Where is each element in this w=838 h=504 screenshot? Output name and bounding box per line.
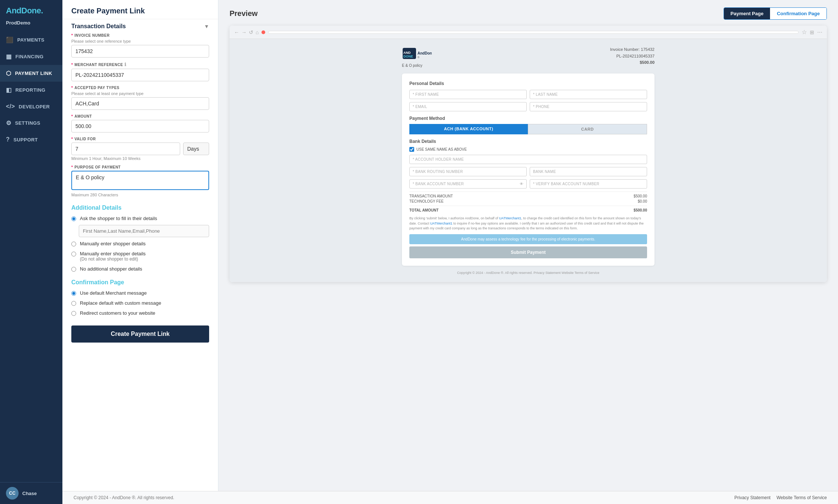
- card-tab[interactable]: CARD: [528, 124, 647, 134]
- sidebar-item-payments[interactable]: ⬛ Payments: [0, 32, 62, 48]
- svg-text:AND: AND: [403, 51, 411, 55]
- bank-name-field[interactable]: BANK NAME: [530, 167, 647, 176]
- account-number-field[interactable]: * BANK ACCOUNT NUMBER 👁: [409, 179, 527, 189]
- payments-icon: ⬛: [6, 36, 13, 43]
- radio-replace-custom-label: Replace default with custom message: [80, 300, 161, 306]
- use-same-name-checkbox[interactable]: [409, 147, 414, 152]
- anddone-logo-svg: AND DONE AndDone ®: [402, 46, 432, 62]
- processing-fee-button[interactable]: AndDone may assess a technology fee for …: [409, 234, 647, 244]
- forward-icon[interactable]: →: [241, 29, 247, 35]
- radio-use-default-input[interactable]: [71, 291, 76, 296]
- sidebar-item-label: Payments: [17, 37, 44, 43]
- valid-for-hint: Minimum 1 Hour; Maximum 10 Weeks: [71, 156, 209, 161]
- shopper-fields-input[interactable]: [79, 225, 209, 237]
- radio-no-additional[interactable]: No additional shopper details: [62, 264, 218, 274]
- support-icon: ?: [6, 136, 10, 143]
- logo-text: AndDone.: [6, 6, 43, 15]
- sidebar-item-payment-link[interactable]: ⬡ Payment Link: [0, 65, 62, 82]
- info-icon[interactable]: ℹ: [124, 62, 127, 67]
- valid-for-unit-input[interactable]: [183, 143, 209, 155]
- submit-payment-button[interactable]: Submit Payment: [409, 246, 647, 258]
- sidebar-item-support[interactable]: ? Support: [0, 131, 62, 148]
- purpose-textarea[interactable]: E & O policy: [71, 171, 209, 190]
- last-name-field[interactable]: * LAST NAME: [530, 90, 647, 99]
- radio-ask-shopper[interactable]: Ask the shopper to fill in their details: [62, 213, 218, 223]
- radio-ask-shopper-label: Ask the shopper to fill in their details: [80, 216, 157, 221]
- verify-account-field[interactable]: * VERIFY BANK ACCOUNT NUMBER: [530, 179, 647, 189]
- phone-field-preview[interactable]: * PHONE: [530, 102, 647, 111]
- invoice-number-input[interactable]: [71, 45, 209, 58]
- auth-text: By clicking 'submit' below, I authorize …: [409, 216, 647, 231]
- sidebar-logo: AndDone.: [0, 0, 62, 19]
- payment-invoice-area: Invoice Number: 175432 PL-20242110045337…: [610, 46, 655, 66]
- amount-group: * Amount: [62, 112, 218, 135]
- footer-privacy-link[interactable]: Privacy Statement: [734, 495, 770, 500]
- sidebar-item-reporting[interactable]: ◧ Reporting: [0, 82, 62, 98]
- reporting-icon: ◧: [6, 86, 12, 94]
- transaction-amount-label: TRANSACTION AMOUNT: [409, 194, 453, 198]
- preview-tabs: Payment Page Confirmation Page: [724, 7, 827, 20]
- transaction-amount-row: TRANSACTION AMOUNT $500.00: [409, 194, 647, 198]
- payment-footer: Copyright © 2024 - AndDone ®. All rights…: [402, 271, 655, 275]
- merchant-reference-input[interactable]: [71, 69, 209, 81]
- merchant-contact-link[interactable]: UATMerchant1: [430, 222, 452, 225]
- routing-number-field[interactable]: * BANK ROUTING NUMBER: [409, 167, 527, 176]
- sidebar-item-financing[interactable]: ▦ Financing: [0, 48, 62, 65]
- merchant-link[interactable]: UATMerchant1: [499, 216, 522, 220]
- valid-for-group: * Valid For Minimum 1 Hour; Maximum 10 W…: [62, 135, 218, 163]
- radio-manually-enter-input[interactable]: [71, 242, 76, 246]
- tab-confirmation-page[interactable]: Confirmation Page: [770, 8, 826, 19]
- accepted-pay-types-input[interactable]: [71, 97, 209, 110]
- sidebar-item-label: Developer: [19, 104, 50, 109]
- radio-no-additional-label: No additional shopper details: [80, 266, 142, 272]
- preview-header: Preview Payment Page Confirmation Page: [230, 7, 827, 20]
- amount-display: $500.00: [610, 59, 655, 66]
- radio-redirect-input[interactable]: [71, 311, 76, 316]
- radio-replace-custom[interactable]: Replace default with custom message: [62, 298, 218, 308]
- svg-text:DONE: DONE: [403, 55, 413, 58]
- sidebar-nav: ⬛ Payments ▦ Financing ⬡ Payment Link ◧ …: [0, 32, 62, 482]
- radio-replace-custom-input[interactable]: [71, 301, 76, 306]
- payment-method-label: Payment Method: [409, 116, 647, 121]
- sidebar-item-label: Payment Link: [15, 71, 52, 76]
- back-icon[interactable]: ←: [234, 29, 239, 35]
- sidebar-item-developer[interactable]: </> Developer: [0, 98, 62, 115]
- radio-no-additional-input[interactable]: [71, 267, 76, 272]
- amount-input[interactable]: [71, 120, 209, 132]
- browser-nav-icons: ← → ↺ ⌂: [234, 29, 259, 35]
- purpose-label: * Purpose of Payment: [71, 165, 209, 169]
- radio-manually-no-edit-label: Manually enter shopper details: [80, 251, 146, 256]
- transaction-amount-value: $500.00: [634, 194, 647, 198]
- home-icon[interactable]: ⌂: [256, 29, 259, 35]
- purpose-group: * Purpose of Payment E & O policy Maximu…: [62, 163, 218, 199]
- email-field-preview[interactable]: * EMAIL: [409, 102, 527, 111]
- browser-url-bar[interactable]: [268, 31, 799, 34]
- name-fields-row: * FIRST NAME * LAST NAME: [409, 90, 647, 99]
- radio-manually-enter[interactable]: Manually enter shopper details: [62, 239, 218, 249]
- footer-bar: Copyright © 2024 - AndDone ®. All rights…: [62, 491, 838, 504]
- account-holder-field[interactable]: * ACCOUNT HOLDER NAME: [409, 155, 647, 164]
- first-name-field[interactable]: * FIRST NAME: [409, 90, 527, 99]
- footer-spacer: [230, 282, 827, 301]
- collapse-arrow-icon[interactable]: ▼: [204, 23, 209, 29]
- tab-payment-page[interactable]: Payment Page: [724, 8, 770, 19]
- preview-title: Preview: [230, 9, 258, 18]
- browser-dot-red: [262, 30, 265, 34]
- ach-tab[interactable]: ACH (BANK ACCOUNT): [409, 124, 528, 134]
- radio-manually-enter-no-edit-input[interactable]: [71, 252, 76, 256]
- radio-ask-shopper-input[interactable]: [71, 216, 76, 221]
- create-payment-link-button[interactable]: Create Payment Link: [71, 325, 209, 343]
- transaction-details-section: Transaction Details ▼: [62, 19, 218, 31]
- radio-use-default[interactable]: Use default Merchant message: [62, 288, 218, 298]
- shopper-fields-group: [62, 223, 218, 239]
- technology-fee-label: TECHNOLOGY FEE: [409, 199, 444, 203]
- footer-terms-link[interactable]: Website Terms of Service: [776, 495, 827, 500]
- sidebar-item-settings[interactable]: ⚙ Settings: [0, 115, 62, 131]
- refresh-icon[interactable]: ↺: [249, 29, 253, 35]
- total-amount-row: TOTAL AMOUNT $500.00: [409, 208, 647, 212]
- sidebar-item-label: Financing: [15, 54, 43, 59]
- radio-redirect[interactable]: Redirect customers to your website: [62, 308, 218, 318]
- valid-for-input[interactable]: [71, 143, 180, 155]
- radio-manually-enter-no-edit[interactable]: Manually enter shopper details (Do not a…: [62, 249, 218, 264]
- bookmark-icon[interactable]: ☆: [802, 29, 807, 36]
